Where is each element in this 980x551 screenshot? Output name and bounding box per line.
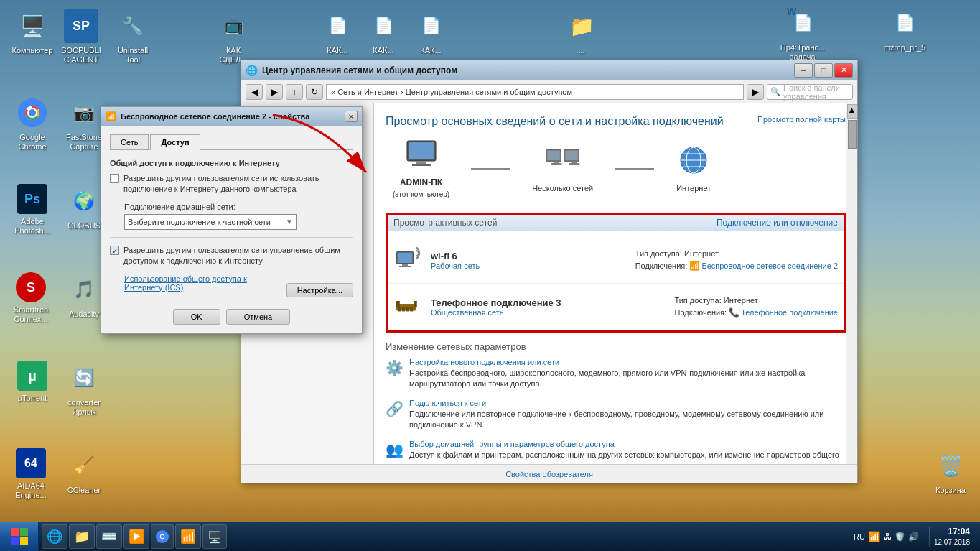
svg-rect-24 (399, 266, 411, 267)
network-select[interactable]: Выберите подключение к частной сети ▼ (124, 214, 297, 230)
wifi-network-type[interactable]: Рабочая сеть (431, 261, 627, 270)
desktop-icon-folder1[interactable]: 📁 ... (560, 6, 603, 58)
desktop-icon-uninstall[interactable]: 🔧 Uninstall Tool (108, 6, 158, 68)
change-title-1[interactable]: Настройка нового подключения или сети (409, 358, 846, 366)
scroll-up[interactable]: ▲ (847, 104, 857, 119)
view-map-link[interactable]: Просмотр полной карты (757, 115, 846, 124)
volume-icon[interactable]: 🔊 (908, 532, 919, 542)
forward-button[interactable]: ▶ (266, 84, 283, 100)
taskbar-items: 🌐 📁 ⌨️ ▶️ (39, 524, 843, 549)
dialog-divider (110, 237, 353, 238)
desktop-icon-ccleaner[interactable]: 🧹 CCleaner (57, 445, 111, 498)
taskbar-chrome[interactable] (151, 524, 174, 549)
media-icon: ▶️ (129, 529, 144, 545)
desktop-icon-converter[interactable]: 🔄 converter Ярлык (57, 358, 111, 420)
desktop-icon-computer[interactable]: 🖥️ Компьютер (6, 6, 59, 58)
windows-logo (11, 528, 28, 545)
phone-access-value: Интернет (724, 296, 758, 305)
phone-conn-label: Подключения: (674, 308, 727, 317)
svg-rect-9 (547, 150, 560, 159)
active-networks-title: Просмотр активных сетей (393, 218, 497, 228)
ics-link[interactable]: Использование общего доступа к Интернету… (124, 274, 286, 292)
node-multi-label: Несколько сетей (532, 184, 593, 193)
dialog-tabs: Сеть Доступ (110, 134, 353, 150)
tab-network[interactable]: Сеть (110, 134, 149, 149)
security-icon[interactable]: 🛡️ (895, 532, 905, 542)
desktop-icon-recycle[interactable]: 🗑️ Корзина (926, 445, 975, 498)
svg-rect-6 (416, 161, 426, 164)
browser-footer[interactable]: Свойства обозревателя (241, 464, 857, 483)
desktop-icon-utorrent[interactable]: µ µTorrent (6, 358, 59, 406)
desktop-icon-kak4[interactable]: 📄 КАК... (409, 6, 452, 58)
desktop-icon-photoshop[interactable]: Ps Adobe Photosh... (6, 181, 59, 239)
desktop-icon-chrome[interactable]: Google Chrome (6, 93, 59, 154)
maximize-button[interactable]: □ (814, 63, 833, 78)
desktop-icon-smartfren[interactable]: S Smartfren Connex... (6, 269, 56, 327)
taskbar-remote[interactable]: 🖥️ (202, 524, 227, 549)
wifi-conn-value[interactable]: Беспроводное сетевое соединение 2 (701, 261, 838, 270)
wifi-tray-icon[interactable]: 📶 (868, 531, 880, 542)
network-tray-icon[interactable]: 🖧 (883, 532, 892, 542)
scrollbar[interactable]: ▲ (846, 103, 857, 464)
desktop-icon-pr4[interactable]: W📄 Пр4:Транс... задача (774, 3, 831, 65)
svg-rect-5 (409, 142, 434, 159)
node-computer-label: ADMIN-ПК (400, 177, 442, 187)
scroll-thumb[interactable] (848, 120, 857, 149)
address-go-button[interactable]: ▶ (747, 84, 764, 100)
checkbox-allow-sharing[interactable] (110, 174, 119, 183)
ok-button[interactable]: OK (173, 309, 220, 325)
search-button[interactable]: 🔍 Поиск в панели управления (767, 84, 853, 100)
phone-conn-value[interactable]: Телефонное подключение (741, 308, 838, 317)
desktop-icon-kak3[interactable]: 📄 КАК... (362, 6, 405, 58)
dialog-close-button[interactable]: ✕ (345, 111, 358, 122)
wifi-network-name: wi-fi 6 (431, 251, 627, 261)
change-title-3[interactable]: Выбор домашней группы и параметров общег… (409, 440, 846, 448)
svg-rect-11 (551, 163, 561, 165)
taskbar-keyboard[interactable]: ⌨️ (96, 524, 122, 549)
taskbar-wifi[interactable]: 📶 (175, 524, 201, 549)
svg-rect-30 (406, 307, 409, 311)
network-node-internet: Интернет (676, 146, 711, 193)
change-item-1: ⚙️ Настройка нового подключения или сети… (386, 358, 846, 390)
desktop-icon-kak2[interactable]: 📄 КАК... (316, 6, 359, 58)
close-button[interactable]: ✕ (834, 63, 853, 78)
minimize-button[interactable]: ─ (794, 63, 813, 78)
back-button[interactable]: ◀ (246, 84, 263, 100)
svg-point-35 (161, 535, 164, 539)
taskbar-media[interactable]: ▶️ (123, 524, 149, 549)
desktop-icon-aida64[interactable]: 64 AIDA64 Engine... (6, 445, 56, 503)
change-desc-2: Подключение или повторное подключение к … (409, 409, 846, 431)
refresh-button[interactable]: ↻ (306, 84, 323, 100)
settings-button[interactable]: Настройка... (286, 283, 353, 297)
cancel-button[interactable]: Отмена (226, 309, 290, 325)
desktop-icon-kak1[interactable]: 📺 КАК СДЕЛ... (208, 6, 258, 68)
phone-icon (393, 290, 422, 324)
active-networks-header: Просмотр активных сетей Подключение или … (388, 215, 844, 231)
connection-header[interactable]: Подключение или отключение (717, 218, 838, 228)
svg-rect-23 (402, 264, 408, 266)
phone-network-type[interactable]: Общественная сеть (431, 308, 666, 317)
change-title-2[interactable]: Подключиться к сети (409, 399, 846, 407)
clock[interactable]: 17:04 12.07.2018 (929, 527, 974, 547)
address-text: « Сеть и Интернет › Центр управления сет… (331, 88, 572, 96)
taskbar-ie[interactable]: 🌐 (42, 524, 67, 549)
field-label: Подключение домашней сети: (124, 203, 353, 211)
up-button[interactable]: ↑ (286, 84, 303, 100)
desktop-icon-mzmp[interactable]: 📄 mzmp_pr_5 (876, 3, 933, 55)
logo-blue (11, 537, 19, 545)
address-bar[interactable]: « Сеть и Интернет › Центр управления сет… (326, 84, 744, 100)
change-desc-3: Доступ к файлам и принтерам, расположенн… (409, 450, 846, 464)
start-button[interactable] (0, 522, 39, 551)
change-item-3: 👥 Выбор домашней группы и параметров общ… (386, 440, 846, 464)
checkbox-2-label: Разрешить другим пользователям сети упра… (123, 245, 353, 267)
network-node-computer: ADMIN-ПК (этот компьютер) (393, 139, 449, 198)
tab-access[interactable]: Доступ (150, 134, 200, 150)
wifi-taskbar-icon: 📶 (180, 529, 196, 545)
svg-rect-14 (571, 161, 577, 163)
taskbar-explorer[interactable]: 📁 (69, 524, 95, 549)
svg-rect-29 (402, 307, 405, 311)
wifi-network-row: wi-fi 6 Рабочая сеть Тип доступа: Интерн… (388, 237, 844, 284)
checkbox-row-1: Разрешить другим пользователям сети испо… (110, 173, 353, 195)
desktop-icon-socpublic[interactable]: SP SOCPUBLIC AGENT (56, 6, 106, 68)
checkbox-allow-manage[interactable] (110, 246, 119, 255)
